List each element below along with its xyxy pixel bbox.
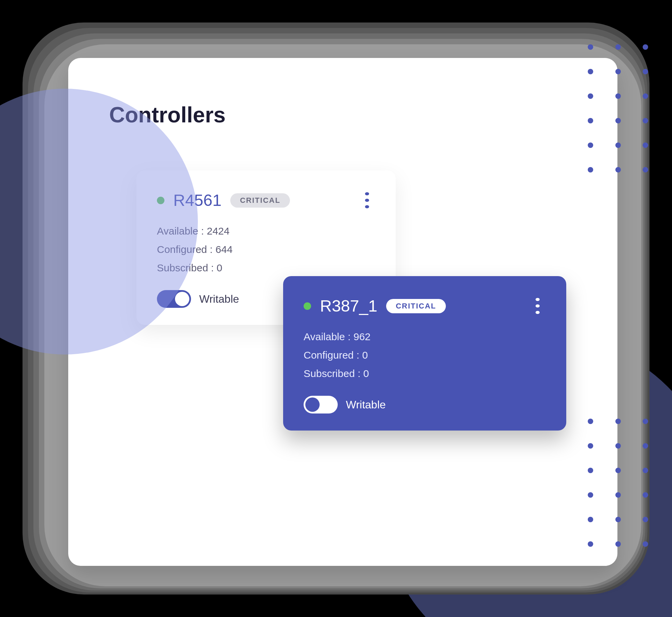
stat-value: 0 [363, 368, 369, 379]
controller-id: R387_1 [320, 297, 377, 315]
stat-sep: : [355, 368, 363, 379]
stat-value: 962 [353, 331, 370, 342]
stat-value: 2424 [207, 225, 230, 237]
stat-subscribed: Subscribed : 0 [304, 364, 546, 383]
stat-configured: Configured : 0 [304, 346, 546, 364]
menu-kebab-icon[interactable] [529, 298, 546, 314]
stat-label: Available [304, 331, 345, 342]
stat-sep: : [198, 225, 207, 237]
stat-sep: : [354, 349, 362, 361]
writable-toggle-label: Writable [199, 293, 239, 305]
stat-sep: : [207, 244, 216, 255]
decor-dot-grid [567, 44, 648, 192]
menu-kebab-icon[interactable] [359, 192, 375, 209]
stat-sep: : [345, 331, 353, 342]
status-badge: CRITICAL [230, 193, 290, 208]
writable-toggle-label: Writable [346, 398, 386, 411]
stat-label: Subscribed [304, 368, 355, 379]
controller-stats: Available : 962 Configured : 0 Subscribe… [304, 328, 546, 383]
writable-toggle-row: Writable [304, 396, 546, 413]
stat-label: Configured [304, 349, 354, 361]
stat-value: 644 [216, 244, 233, 255]
stat-sep: : [208, 262, 217, 273]
status-badge: CRITICAL [386, 299, 446, 313]
stat-available: Available : 962 [304, 328, 546, 346]
stat-value: 0 [362, 349, 368, 361]
writable-toggle[interactable] [304, 396, 338, 413]
decor-dot-grid [567, 419, 648, 566]
status-dot-icon [304, 302, 311, 310]
controller-card[interactable]: R387_1 CRITICAL Available : 962 Configur… [283, 276, 566, 431]
stat-value: 0 [217, 262, 222, 273]
page-title: Controllers [109, 102, 576, 127]
controller-card-header: R387_1 CRITICAL [304, 297, 546, 315]
